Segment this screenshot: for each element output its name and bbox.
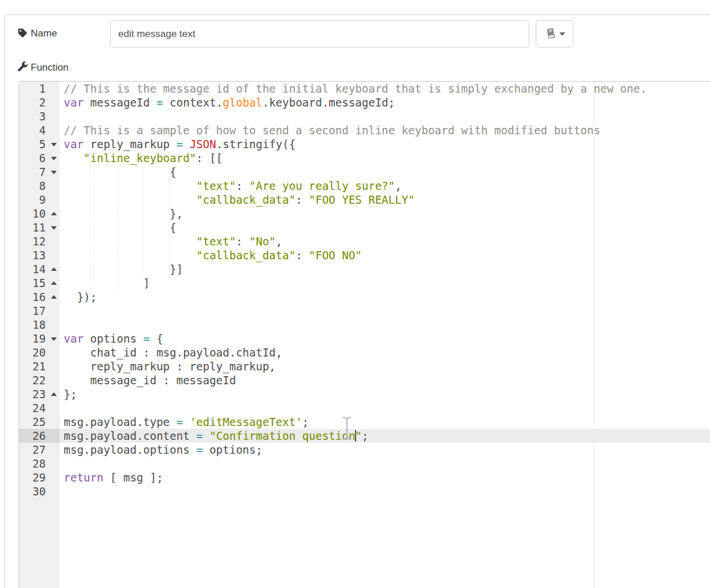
indent-guide — [117, 220, 118, 234]
gutter-line-number: 20 — [19, 346, 60, 359]
gutter-cell[interactable]: 19 — [19, 332, 60, 346]
code-line[interactable] — [60, 109, 710, 123]
gutter-cell[interactable]: 25 — [19, 415, 60, 429]
indent-guide — [143, 193, 144, 207]
code-line[interactable]: }, — [60, 207, 710, 220]
code-line[interactable]: ] — [60, 276, 710, 290]
gutter-cell[interactable]: 10 — [19, 207, 60, 220]
gutter-cell[interactable]: 1 — [19, 82, 60, 95]
code-line[interactable]: }] — [60, 262, 710, 276]
gutter-cell[interactable]: 4 — [19, 123, 60, 137]
gutter-line-number: 8 — [19, 179, 60, 193]
gutter-cell[interactable]: 28 — [19, 457, 60, 471]
code-line[interactable]: chat_id : msg.payload.chatId, — [60, 346, 710, 359]
code-line[interactable]: msg.payload.type = 'editMessageText'; — [60, 415, 710, 429]
gutter-cell[interactable]: 13 — [19, 248, 60, 262]
gutter-cell[interactable]: 15 — [19, 276, 60, 290]
gutter-cell[interactable]: 21 — [19, 359, 60, 373]
code-line[interactable]: }; — [60, 387, 710, 401]
fold-widget-icon[interactable] — [51, 295, 57, 299]
code-line[interactable]: "callback_data": "FOO NO" — [60, 248, 710, 262]
code-line[interactable]: "text": "Are you really sure?", — [60, 179, 710, 193]
gutter-cell[interactable]: 17 — [19, 304, 60, 318]
code-line[interactable] — [60, 304, 710, 318]
code-line[interactable]: var reply_markup = JSON.stringify({ — [60, 137, 710, 151]
fold-widget-icon[interactable] — [51, 392, 57, 396]
gutter-cell[interactable]: 18 — [19, 318, 60, 332]
fold-widget-icon[interactable] — [51, 212, 57, 215]
indent-guide — [143, 179, 144, 193]
fold-widget-icon[interactable] — [51, 337, 57, 341]
indent-guide — [143, 207, 144, 220]
name-label: Name — [31, 28, 57, 39]
code-line[interactable]: "callback_data": "FOO YES REALLY" — [60, 193, 710, 207]
gutter-cell[interactable]: 2 — [19, 95, 60, 109]
gutter-cell[interactable]: 9 — [19, 193, 60, 207]
function-code-editor[interactable]: 1234567891011121314151617181920212223242… — [19, 81, 710, 588]
gutter-cell[interactable]: 16 — [19, 290, 60, 304]
code-line[interactable] — [60, 457, 710, 471]
fold-widget-icon[interactable] — [51, 143, 57, 146]
indent-guide — [90, 262, 91, 276]
indent-guide — [117, 234, 118, 248]
code-line[interactable]: "text": "No", — [60, 234, 710, 248]
fold-widget-icon[interactable] — [51, 171, 57, 174]
gutter-cell[interactable]: 29 — [19, 471, 60, 484]
gutter-cell[interactable]: 3 — [19, 109, 60, 123]
indent-guide — [170, 179, 170, 193]
code-line[interactable] — [60, 484, 710, 498]
gutter-cell[interactable]: 8 — [19, 179, 60, 193]
indent-guide — [143, 248, 144, 262]
fold-widget-icon[interactable] — [51, 157, 57, 160]
indent-guide — [170, 234, 170, 248]
code-line[interactable]: reply_markup : reply_markup, — [60, 359, 710, 373]
code-line[interactable]: }); — [60, 290, 710, 304]
gutter-line-number: 3 — [19, 109, 60, 123]
gutter-line-number: 18 — [19, 318, 60, 332]
library-button[interactable] — [536, 20, 573, 47]
gutter-cell[interactable]: 24 — [19, 401, 60, 415]
editor-code-area[interactable]: // This is the message id of the initial… — [60, 82, 710, 588]
function-label: Function — [31, 62, 68, 74]
gutter-cell[interactable]: 7 — [19, 165, 60, 179]
gutter-cell[interactable]: 12 — [19, 234, 60, 248]
code-line[interactable]: // This is a sample of how to send a sec… — [60, 123, 710, 137]
code-line[interactable]: "inline_keyboard": [[ — [60, 151, 710, 165]
code-line[interactable]: var options = { — [60, 332, 710, 346]
code-line[interactable]: message_id : messageId — [60, 373, 710, 387]
fold-widget-icon[interactable] — [51, 281, 57, 285]
gutter-cell[interactable]: 14 — [19, 262, 60, 276]
gutter-cell[interactable]: 11 — [19, 220, 60, 234]
gutter-line-number: 9 — [19, 193, 60, 207]
indent-guide — [170, 248, 170, 262]
wrench-icon — [17, 61, 28, 72]
fold-widget-icon[interactable] — [51, 226, 57, 230]
indent-guide — [117, 179, 118, 193]
gutter-line-number: 24 — [19, 401, 60, 415]
code-line[interactable]: return [ msg ]; — [60, 471, 710, 484]
gutter-cell[interactable]: 23 — [19, 387, 60, 401]
gutter-cell[interactable]: 5 — [19, 137, 60, 151]
fold-widget-icon[interactable] — [51, 267, 57, 271]
gutter-cell[interactable]: 27 — [19, 443, 60, 457]
code-line[interactable]: msg.payload.content = "Confirmation ques… — [60, 429, 710, 443]
code-line[interactable]: { — [60, 220, 710, 234]
gutter-line-number: 28 — [19, 457, 60, 471]
indent-guide — [117, 207, 118, 220]
name-input[interactable] — [110, 20, 529, 47]
gutter-cell[interactable]: 26 — [19, 429, 60, 443]
code-line[interactable]: msg.payload.options = options; — [60, 443, 710, 457]
code-line[interactable] — [60, 318, 710, 332]
code-line[interactable]: { — [60, 165, 710, 179]
gutter-cell[interactable]: 22 — [19, 373, 60, 387]
code-line[interactable]: var messageId = context.global.keyboard.… — [60, 95, 710, 109]
code-line[interactable] — [60, 401, 710, 415]
code-line[interactable]: // This is the message id of the initial… — [60, 82, 710, 95]
gutter-cell[interactable]: 20 — [19, 346, 60, 359]
text-caret — [355, 430, 356, 442]
gutter-line-number: 30 — [19, 484, 60, 498]
gutter-line-number: 12 — [19, 234, 60, 248]
gutter-cell[interactable]: 6 — [19, 151, 60, 165]
gutter-cell[interactable]: 30 — [19, 484, 60, 498]
caret-down-icon — [559, 32, 565, 36]
